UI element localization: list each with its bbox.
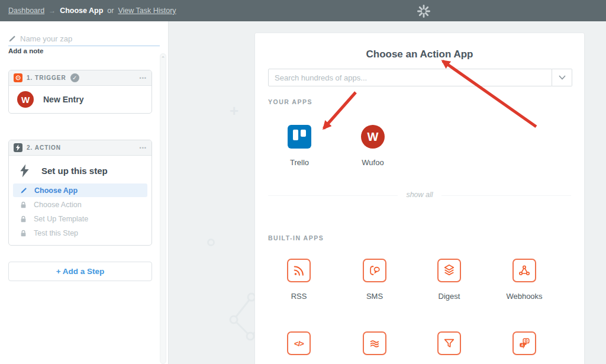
zap-editor-sidebar: Add a note 1. TRIGGER ✓ ••• W New Entry …: [0, 21, 169, 364]
breadcrumb-or-text: or: [107, 7, 114, 15]
trigger-menu-button[interactable]: •••: [140, 75, 147, 81]
add-note-button[interactable]: Add a note: [8, 47, 43, 54]
canvas-dot-decoration: [207, 239, 215, 246]
substep-label: Choose App: [34, 186, 78, 195]
lock-icon: [20, 215, 27, 223]
translate-icon: A: [512, 331, 536, 355]
action-setup-row: Set up this step: [9, 156, 152, 183]
trigger-header-label: 1. TRIGGER: [27, 75, 66, 81]
pencil-icon: [20, 187, 27, 194]
wufoo-app-icon: W: [361, 125, 385, 149]
substep-set-up-template[interactable]: Set Up Template: [13, 212, 147, 226]
app-label: Trello: [275, 158, 324, 167]
builtin-item-digest[interactable]: Digest: [424, 259, 474, 301]
app-label: Wufoo: [348, 158, 398, 167]
webhooks-icon: [512, 259, 536, 282]
action-step-card: 2. ACTION ••• Set up this step Choose Ap…: [8, 140, 152, 246]
code-icon: </>: [287, 331, 311, 355]
code-glyph: </>: [294, 339, 304, 348]
view-task-history-link[interactable]: View Task History: [118, 7, 176, 15]
action-menu-button[interactable]: •••: [140, 145, 147, 151]
sms-icon: [363, 259, 386, 282]
lock-icon: [20, 201, 27, 208]
builtin-item-rss[interactable]: RSS: [274, 259, 324, 301]
action-setup-title: Set up this step: [41, 166, 108, 176]
filter-icon: [437, 331, 461, 355]
app-item-wufoo[interactable]: W Wufoo: [348, 125, 398, 167]
sidebar-scrollbar[interactable]: [160, 53, 166, 364]
bolt-icon: [20, 164, 30, 178]
zapier-spark-logo-icon: [415, 3, 432, 20]
app-item-trello[interactable]: Trello: [275, 125, 324, 167]
app-label: Digest: [424, 292, 474, 301]
trigger-complete-check-icon: ✓: [70, 73, 79, 82]
show-all-label: show all: [398, 191, 441, 199]
builtin-item-code[interactable]: </>: [274, 331, 324, 355]
trigger-step-title: New Entry: [43, 95, 83, 104]
builtin-item-webhooks[interactable]: Webhooks: [499, 259, 549, 301]
trigger-target-icon: [14, 73, 22, 82]
zap-name-field-wrap: [8, 32, 160, 46]
your-apps-section-label: YOUR APPS: [268, 98, 312, 105]
canvas-plus-decoration: +: [230, 102, 238, 120]
choose-action-app-panel: Choose an Action App YOUR APPS Trello W …: [254, 33, 585, 364]
action-card-header[interactable]: 2. ACTION •••: [9, 140, 152, 156]
builtin-item-delay[interactable]: [350, 331, 399, 355]
trello-app-icon: [288, 125, 311, 149]
wufoo-app-icon: W: [17, 91, 34, 108]
zap-name-input[interactable]: [20, 34, 160, 43]
lock-icon: [20, 230, 27, 237]
action-header-label: 2. ACTION: [27, 144, 61, 151]
chevron-down-icon: [559, 75, 566, 80]
app-search-input[interactable]: [268, 69, 552, 86]
action-substeps-list: Choose App Choose Action Set Up Template: [9, 183, 152, 240]
trigger-step-summary[interactable]: W New Entry: [9, 86, 152, 113]
builtin-apps-section-label: BUILT-IN APPS: [268, 234, 324, 241]
show-all-link[interactable]: show all: [255, 191, 584, 199]
builtin-item-sms[interactable]: SMS: [350, 259, 399, 301]
breadcrumb-arrow-icon: →: [49, 7, 56, 15]
trigger-step-card: 1. TRIGGER ✓ ••• W New Entry: [8, 70, 152, 114]
add-a-step-button[interactable]: + Add a Step: [8, 262, 152, 281]
digest-icon: [437, 259, 461, 282]
app-search-wrap: [268, 69, 572, 86]
substep-choose-app[interactable]: Choose App: [13, 183, 147, 197]
app-label: SMS: [350, 292, 399, 301]
app-label: RSS: [274, 292, 324, 301]
rss-icon: [287, 259, 311, 282]
svg-text:A: A: [521, 343, 524, 347]
scroll-up-icon[interactable]: ⌃: [160, 56, 166, 62]
panel-title: Choose an Action App: [255, 49, 584, 60]
action-bolt-icon: [14, 143, 22, 152]
substep-label: Choose Action: [34, 201, 82, 209]
breadcrumb-dashboard-link[interactable]: Dashboard: [8, 7, 44, 15]
trigger-card-header[interactable]: 1. TRIGGER ✓ •••: [9, 70, 152, 86]
pencil-icon: [8, 35, 16, 43]
substep-label: Test this Step: [34, 229, 78, 237]
builtin-item-translate[interactable]: A: [499, 331, 549, 355]
substep-choose-action[interactable]: Choose Action: [13, 198, 147, 211]
breadcrumb-current-page: Choose App: [60, 7, 103, 15]
substep-test-this-step[interactable]: Test this Step: [13, 226, 147, 240]
builtin-item-filter[interactable]: [424, 331, 474, 355]
substep-label: Set Up Template: [34, 215, 88, 223]
app-label: Webhooks: [499, 292, 549, 301]
delay-icon: [363, 331, 386, 355]
search-dropdown-button[interactable]: [552, 69, 572, 86]
top-navigation-bar: Dashboard → Choose App or View Task Hist…: [0, 0, 606, 21]
